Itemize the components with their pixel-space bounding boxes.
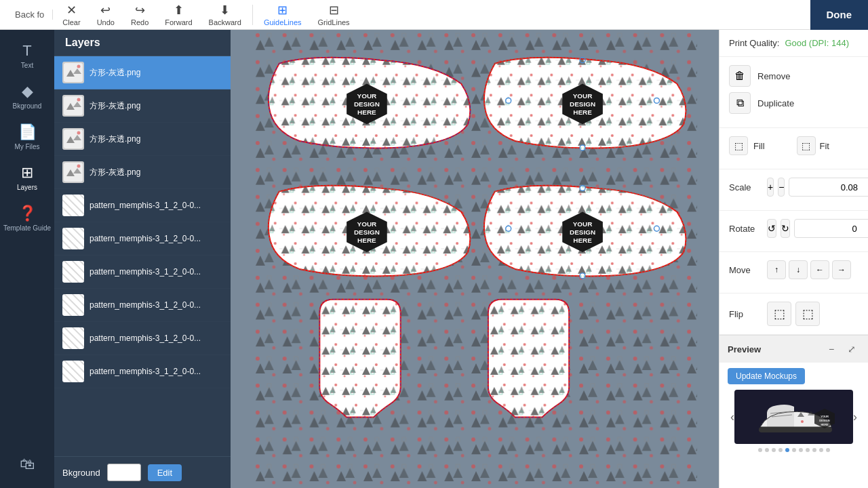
- done-button[interactable]: Done: [810, 0, 869, 30]
- layer-item[interactable]: 方形-灰透.png: [54, 89, 231, 123]
- preview-dot[interactable]: [792, 448, 796, 452]
- bkground-color-swatch[interactable]: [107, 464, 141, 481]
- move-right-button[interactable]: →: [832, 260, 851, 279]
- preview-dot[interactable]: [778, 448, 783, 452]
- layer-item[interactable]: pattern_memphis-3_1_2_0-0...: [54, 256, 231, 289]
- fill-fit-section: ⬚ Fill ⬚ Fit: [719, 128, 868, 169]
- layers-icon: ⊞: [21, 164, 33, 182]
- edit-button[interactable]: Edit: [148, 464, 182, 481]
- sidebar-item-bkground[interactable]: ◆ Bkground: [0, 76, 54, 117]
- gridlines-button[interactable]: ⊟ GridLines: [311, 0, 357, 29]
- scale-plus-button[interactable]: −: [778, 178, 785, 197]
- preview-expand-button[interactable]: ⤢: [844, 341, 860, 357]
- svg-point-3: [77, 65, 81, 68]
- preview-dot[interactable]: [772, 448, 776, 452]
- shopify-icon: 🛍: [20, 455, 35, 473]
- myfiles-icon: 📄: [18, 123, 37, 141]
- flip-row: Flip ⬚ ⬚: [729, 302, 859, 326]
- layer-name: pattern_memphis-3_1_2_0-0...: [90, 367, 222, 376]
- scale-value-input[interactable]: [789, 178, 868, 197]
- scale-minus-button[interactable]: +: [767, 178, 774, 197]
- rotate-row: Rotate ↺ ↻: [729, 219, 859, 238]
- duplicate-label[interactable]: Duplicate: [757, 98, 794, 108]
- layer-name: 方形-灰透.png: [90, 134, 222, 145]
- scale-section: Scale + −: [719, 169, 868, 211]
- layer-item[interactable]: pattern_memphis-3_1_2_0-0...: [54, 355, 231, 388]
- rotate-value-input[interactable]: [794, 219, 868, 238]
- preview-dots: [728, 448, 860, 452]
- fit-btn-icon: ⬚: [797, 136, 816, 155]
- fill-fit-row: ⬚ Fill ⬚ Fit: [729, 136, 859, 155]
- backward-icon: ⬇: [220, 3, 230, 18]
- layers-list: 方形-灰透.png方形-灰透.png方形-灰透.png方形-灰透.pngpatt…: [54, 56, 231, 456]
- back-to-link[interactable]: Back fo: [7, 9, 53, 20]
- preview-dot[interactable]: [806, 448, 810, 452]
- flip-vertical-button[interactable]: ⬚: [795, 302, 820, 326]
- sidebar-item-myfiles[interactable]: 📄 My Files: [0, 117, 54, 157]
- preview-body: Update Mockups ‹: [719, 363, 868, 458]
- layer-thumb-pattern: [62, 361, 84, 382]
- move-left-button[interactable]: ←: [810, 260, 829, 279]
- svg-text:DESIGN: DESIGN: [570, 228, 595, 236]
- svg-point-40: [654, 98, 659, 103]
- preview-shoe-svg: YOUR DESIGN HERE: [753, 393, 835, 441]
- move-up-button[interactable]: ↑: [767, 260, 786, 279]
- shopify-icon-item[interactable]: 🛍: [17, 449, 37, 480]
- preview-minimize-button[interactable]: −: [823, 341, 840, 357]
- layers-panel: Layers 方形-灰透.png方形-灰透.png方形-灰透.png方形-灰透.…: [54, 30, 231, 488]
- forward-icon: ⬆: [174, 3, 184, 18]
- rotate-cw-button[interactable]: ↻: [781, 219, 790, 238]
- svg-text:YOUR: YOUR: [821, 415, 829, 418]
- layer-thumb: [62, 128, 84, 150]
- layer-thumb-pattern: [62, 294, 84, 316]
- layer-item[interactable]: pattern_memphis-3_1_2_0-0...: [54, 289, 231, 322]
- preview-image: YOUR DESIGN HERE: [734, 390, 853, 444]
- forward-button[interactable]: ⬆ Forward: [158, 0, 199, 29]
- flip-horizontal-button[interactable]: ⬚: [767, 302, 791, 326]
- remove-label[interactable]: Remove: [757, 71, 790, 81]
- preview-dot[interactable]: [758, 448, 762, 452]
- sidebar-item-layers[interactable]: ⊞ Layers: [0, 157, 54, 198]
- canvas-area[interactable]: YOUR DESIGN HERE YOUR DESIGN HERE: [231, 30, 719, 488]
- svg-rect-57: [759, 427, 832, 432]
- guidelines-button[interactable]: ⊞ GuideLines: [257, 0, 309, 29]
- preview-dot[interactable]: [819, 448, 823, 452]
- layer-item[interactable]: pattern_memphis-3_1_2_0-0...: [54, 322, 231, 355]
- preview-dot[interactable]: [785, 448, 789, 452]
- layer-item[interactable]: pattern_memphis-3_1_2_0-0...: [54, 189, 231, 222]
- duplicate-row: ⧉ Duplicate: [729, 92, 859, 114]
- icon-sidebar-bottom: 🛍: [17, 449, 37, 488]
- preview-dot[interactable]: [812, 448, 816, 452]
- update-mockup-button[interactable]: Update Mockups: [728, 368, 805, 384]
- sidebar-item-template-guide[interactable]: ❓ Template Guide: [0, 198, 54, 239]
- fit-label[interactable]: Fit: [820, 141, 859, 151]
- backward-button[interactable]: ⬇ Backward: [202, 0, 248, 29]
- layer-item[interactable]: pattern_memphis-3_1_2_0-0...: [54, 222, 231, 256]
- undo-button[interactable]: ↩ Undo: [90, 0, 121, 29]
- layer-item[interactable]: 方形-灰透.png: [54, 156, 231, 189]
- layer-item[interactable]: 方形-灰透.png: [54, 123, 231, 156]
- preview-nav: ‹: [728, 390, 860, 444]
- layer-thumb-pattern: [62, 228, 84, 249]
- remove-section: 🗑 Remove ⧉ Duplicate: [719, 57, 868, 128]
- duplicate-icon[interactable]: ⧉: [729, 92, 751, 114]
- svg-text:HERE: HERE: [357, 237, 376, 244]
- svg-text:DESIGN: DESIGN: [354, 228, 380, 236]
- redo-button[interactable]: ↪ Redo: [124, 0, 155, 29]
- preview-dot[interactable]: [826, 448, 830, 452]
- preview-next-button[interactable]: ›: [853, 410, 857, 424]
- sidebar-item-text[interactable]: T Text: [0, 35, 54, 76]
- move-down-button[interactable]: ↓: [789, 260, 808, 279]
- layer-item[interactable]: 方形-灰透.png: [54, 56, 231, 89]
- fill-label[interactable]: Fill: [753, 141, 793, 151]
- svg-point-15: [77, 165, 81, 168]
- clear-button[interactable]: ✕ Clear: [56, 0, 87, 29]
- flip-section: Flip ⬚ ⬚: [719, 293, 868, 335]
- layer-name: pattern_memphis-3_1_2_0-0...: [90, 201, 222, 210]
- preview-dot[interactable]: [765, 448, 769, 452]
- remove-icon[interactable]: 🗑: [729, 65, 751, 87]
- bkground-footer-label: Bkground: [62, 468, 100, 478]
- rotate-ccw-button[interactable]: ↺: [767, 219, 776, 238]
- scale-label: Scale: [729, 182, 763, 192]
- preview-dot[interactable]: [799, 448, 803, 452]
